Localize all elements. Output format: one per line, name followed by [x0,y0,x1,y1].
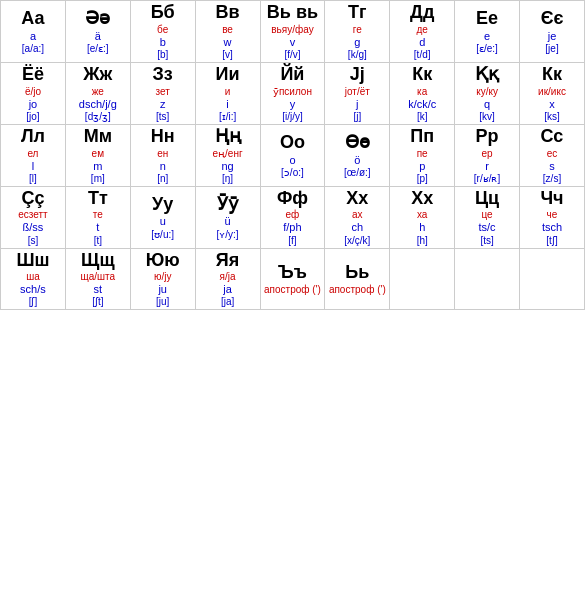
main-letter: Лл [21,127,45,147]
latin-name: jот/ёт [345,86,370,97]
ipa: [i/j/y] [282,111,303,122]
ipa: [tʃ] [546,235,557,246]
latin-name: ес [547,148,558,159]
latin-name: апостроф (') [264,284,321,295]
latin-equiv: l [32,160,34,172]
latin-name: ер [482,148,493,159]
ipa: [ju] [156,296,169,307]
latin-name: и [225,86,231,97]
cell-r1-c1: Жжжеdsch/j/g[dʒ/ʒ] [65,62,130,124]
cell-r2-c4: Ооo[ɔ/o:] [260,124,325,186]
cell-r2-c6: Пппеp[p] [390,124,455,186]
ipa: [ɛ/e:] [476,43,498,54]
latin-equiv: dsch/j/g [79,98,117,110]
ipa: [kv] [479,111,495,122]
latin-equiv: а [30,30,36,42]
latin-name: ша [26,271,40,282]
latin-name: я/jа [220,271,236,282]
latin-name: ща/шта [81,271,116,282]
latin-name: же [92,86,104,97]
cell-r2-c3: Ңңең/енгng[ŋ] [195,124,260,186]
latin-equiv: r [485,160,489,172]
ipa: [l] [29,173,37,184]
latin-equiv: ch [352,221,364,233]
main-letter: Оо [280,133,305,153]
cell-r1-c7: Ққку/куq[kv] [455,62,520,124]
cell-r3-c5: Ххахch[x/ç/k] [325,186,390,248]
cell-r3-c6: Хххаh[h] [390,186,455,248]
ipa: [m] [91,173,105,184]
main-letter: Ьь [345,263,369,283]
main-letter: Ёё [22,65,44,85]
cell-r1-c8: Ккик/иксx[ks] [520,62,585,124]
latin-equiv: ß/ss [23,221,44,233]
ipa: [z/s] [543,173,561,184]
latin-name: ах [352,209,363,220]
ipa: [ts] [480,235,493,246]
ipa: [p] [417,173,428,184]
latin-equiv: w [224,36,232,48]
ipa: [j] [353,111,361,122]
latin-equiv: q [484,98,490,110]
latin-name: вьяу/фау [271,24,313,35]
latin-equiv: d [419,36,425,48]
cell-r2-c0: Ллелl[l] [1,124,66,186]
latin-name: бе [157,24,168,35]
latin-name: ю/jу [154,271,172,282]
main-letter: Кк [542,65,562,85]
cell-r0-c0: Ааа[a/a:] [1,1,66,63]
main-letter: Ққ [475,65,499,85]
ipa: [k/g] [348,49,367,60]
latin-name: те [93,209,103,220]
main-letter: Тт [88,189,108,209]
latin-equiv: g [354,36,360,48]
latin-name: ка [417,86,427,97]
cell-r0-c1: Әәä[e/ɛ:] [65,1,130,63]
ipa: [a/a:] [22,43,44,54]
cell-r3-c1: Тттеt[t] [65,186,130,248]
latin-equiv: s [549,160,555,172]
latin-equiv: tsch [542,221,562,233]
latin-equiv: ja [223,283,232,295]
latin-name: ха [417,209,427,220]
main-letter: Щщ [81,251,115,271]
latin-equiv: f/ph [283,221,301,233]
cell-r3-c2: Ууu[ʊ/u:] [130,186,195,248]
main-letter: Өө [345,133,370,153]
ipa: [jo] [26,111,39,122]
latin-name: ел [27,148,38,159]
latin-equiv: x [549,98,555,110]
cell-r4-c3: Яяя/jаja[ja] [195,248,260,310]
cell-r4-c1: Щщща/штаst[ʃt] [65,248,130,310]
ipa: [f] [288,235,296,246]
latin-equiv: h [419,221,425,233]
main-letter: Аа [21,9,44,29]
cell-r0-c4: Вь вьвьяу/фауv[f/v] [260,1,325,63]
ipa: [ʏ/y:] [217,229,239,240]
cell-r0-c7: Ееe[ɛ/e:] [455,1,520,63]
cell-r4-c0: Шшшаsch/s[ʃ] [1,248,66,310]
ipa: [ʃt] [92,296,103,307]
main-letter: Бб [151,3,175,23]
main-letter: Вь вь [267,3,318,23]
cell-r1-c3: Иииi[ɪ/i:] [195,62,260,124]
cell-r0-c3: Вввеw[v] [195,1,260,63]
main-letter: Йй [280,65,304,85]
latin-name: ӯпсилон [273,86,312,97]
cell-r1-c6: Кккаk/ck/c[k] [390,62,455,124]
main-letter: Тг [348,3,367,23]
latin-name: де [416,24,427,35]
ipa: [ɪ/i:] [219,111,236,122]
ipa: [dʒ/ʒ] [85,111,111,122]
latin-name: еф [286,209,300,220]
latin-equiv: ts/c [479,221,496,233]
cell-r0-c6: Дддеd[t/d] [390,1,455,63]
latin-equiv: je [548,30,557,42]
main-letter: Дд [410,3,434,23]
cell-r4-c2: Ююю/jуju[ju] [130,248,195,310]
main-letter: Зз [153,65,173,85]
cell-r2-c2: Нненn[n] [130,124,195,186]
main-letter: Юю [146,251,180,271]
main-letter: Рр [476,127,499,147]
ipa: [ts] [156,111,169,122]
